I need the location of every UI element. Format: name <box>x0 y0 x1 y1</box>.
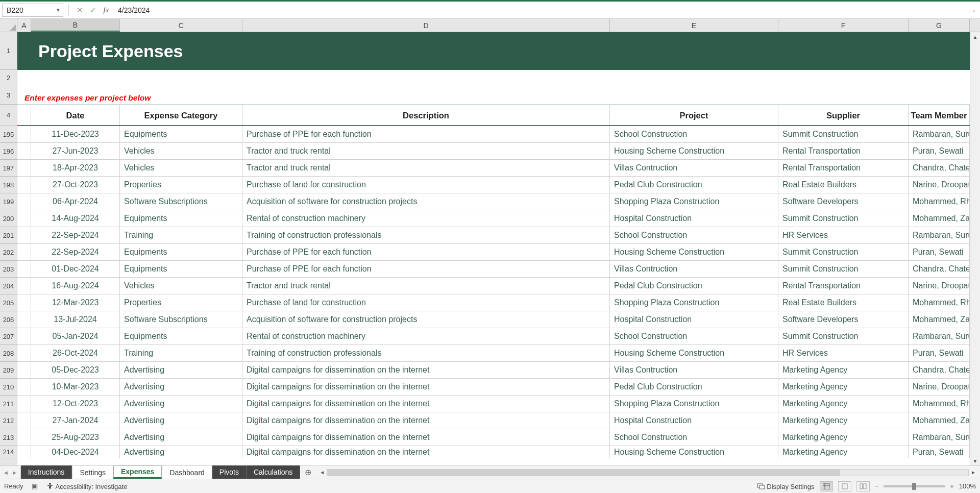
cell-supplier[interactable]: Summit Construction <box>778 261 909 277</box>
row-header[interactable]: 211 <box>0 396 17 412</box>
cell-description[interactable]: Digital campaigns for dissemination on t… <box>242 362 610 378</box>
sheet-tab-dashboard[interactable]: Dashboard <box>162 465 212 479</box>
col-header-C[interactable]: C <box>120 19 242 32</box>
cell-project[interactable]: School Construction <box>610 227 778 243</box>
cell-team[interactable]: Puran, Sewati <box>909 244 970 260</box>
table-row[interactable]: 22-Sep-2024EquipmentsPurchase of PPE for… <box>17 244 970 261</box>
tab-prev-icon[interactable]: ► <box>12 470 17 476</box>
cell-project[interactable]: Villas Contruction <box>610 362 778 378</box>
row-header[interactable]: 207 <box>0 328 17 345</box>
cell-date[interactable]: 16-Aug-2024 <box>31 278 120 294</box>
cell-date[interactable]: 22-Sep-2024 <box>31 244 120 260</box>
cell-supplier[interactable]: Software Developers <box>778 311 909 328</box>
cell-category[interactable]: Vehicles <box>120 160 242 176</box>
cell-category[interactable]: Advertising <box>120 362 242 378</box>
table-row[interactable]: 12-Oct-2023AdvertisingDigital campaigns … <box>17 396 970 412</box>
cell-category[interactable]: Software Subscriptions <box>120 193 242 210</box>
row-header[interactable]: 204 <box>0 278 17 294</box>
cell-category[interactable]: Properties <box>120 177 242 193</box>
cell-team[interactable]: Rambaran, Surujpaul <box>909 227 970 243</box>
row-header[interactable]: 200 <box>0 210 17 227</box>
cell-description[interactable]: Digital campaigns for dissemination on t… <box>242 379 610 395</box>
cell-date[interactable]: 14-Aug-2024 <box>31 210 120 227</box>
cell-category[interactable]: Properties <box>120 294 242 311</box>
fx-icon[interactable]: fx <box>101 5 112 16</box>
cell-date[interactable]: 11-Dec-2023 <box>31 126 120 142</box>
cell-description[interactable]: Acquisition of software for construction… <box>242 311 610 328</box>
cell-date[interactable]: 25-Aug-2023 <box>31 429 120 446</box>
cell-team[interactable]: Mohammed, Rhona <box>909 396 970 412</box>
table-row[interactable]: 16-Aug-2024VehiclesTractor and truck ren… <box>17 278 970 294</box>
cell-team[interactable]: Chandra, Chateshwar <box>909 362 970 378</box>
formula-bar-expand-icon[interactable]: ⌄ <box>969 4 978 17</box>
accessibility-status[interactable]: Accessibility: Investigate <box>46 482 128 490</box>
hscroll-right-icon[interactable]: ► <box>969 470 978 475</box>
formula-input[interactable] <box>114 4 967 17</box>
cell-project[interactable]: Shopping Plaza Construction <box>610 193 778 210</box>
col-header-B[interactable]: B <box>31 19 120 32</box>
cell-team[interactable]: Puran, Sewati <box>909 345 970 361</box>
table-row[interactable]: 10-Mar-2023AdvertisingDigital campaigns … <box>17 379 970 396</box>
table-row[interactable]: 05-Jan-2024EquipmentsRental of construct… <box>17 328 970 345</box>
cell-date[interactable]: 26-Oct-2024 <box>31 345 120 361</box>
cell-project[interactable]: Pedal Club Construction <box>610 177 778 193</box>
cell-date[interactable]: 18-Apr-2023 <box>31 160 120 176</box>
row-header[interactable]: 197 <box>0 160 17 177</box>
name-box[interactable]: B220 ▼ <box>2 4 63 17</box>
cell-category[interactable]: Advertising <box>120 396 242 412</box>
cell-supplier[interactable]: Real Estate Builders <box>778 177 909 193</box>
cell-description[interactable]: Purchase of PPE for each function <box>242 244 610 260</box>
cell-supplier[interactable]: Marketing Agency <box>778 362 909 378</box>
cell-supplier[interactable]: HR Services <box>778 227 909 243</box>
cell-supplier[interactable]: Rental Transportation <box>778 160 909 176</box>
row-header[interactable]: 196 <box>0 143 17 160</box>
cell-supplier[interactable]: Marketing Agency <box>778 429 909 446</box>
cell-description[interactable]: Tractor and truck rental <box>242 278 610 294</box>
cell-category[interactable]: Advertising <box>120 379 242 395</box>
cell-date[interactable]: 05-Dec-2023 <box>31 362 120 378</box>
row-header[interactable]: 201 <box>0 227 17 244</box>
cell-project[interactable]: School Construction <box>610 126 778 142</box>
cell-supplier[interactable]: Summit Construction <box>778 126 909 142</box>
cell-supplier[interactable]: Rental Transportation <box>778 278 909 294</box>
row-header[interactable]: 198 <box>0 177 17 193</box>
row-header[interactable]: 210 <box>0 379 17 396</box>
cell-date[interactable]: 01-Dec-2024 <box>31 261 120 277</box>
view-page-layout-icon[interactable] <box>838 481 851 491</box>
scroll-up-icon[interactable]: ▲ <box>970 32 980 41</box>
zoom-slider[interactable] <box>884 485 945 487</box>
confirm-icon[interactable]: ✓ <box>87 5 99 16</box>
table-row[interactable]: 12-Mar-2023PropertiesPurchase of land fo… <box>17 294 970 311</box>
cell-description[interactable]: Purchase of land for construction <box>242 294 610 311</box>
row-header[interactable]: 205 <box>0 294 17 311</box>
cell-project[interactable]: Shopping Plaza Construction <box>610 294 778 311</box>
cell-category[interactable]: Equipments <box>120 261 242 277</box>
sheet-tab-settings[interactable]: Settings <box>72 465 113 479</box>
cell-team[interactable]: Narine, Droopatie <box>909 177 970 193</box>
cell-date[interactable]: 10-Mar-2023 <box>31 379 120 395</box>
cell-team[interactable]: Rambaran, Surujpaul <box>909 328 970 344</box>
row-header[interactable]: 208 <box>0 345 17 362</box>
cell-project[interactable]: School Construction <box>610 429 778 446</box>
cell-date[interactable]: 12-Oct-2023 <box>31 396 120 412</box>
cell-team[interactable]: Mohammed, Zainool <box>909 210 970 227</box>
row-header[interactable]: 213 <box>0 429 17 446</box>
cell-category[interactable]: Equipments <box>120 244 242 260</box>
cell-supplier[interactable]: Marketing Agency <box>778 446 909 458</box>
view-normal-icon[interactable] <box>820 481 833 491</box>
row-header[interactable]: 214 <box>0 446 17 458</box>
cell-category[interactable]: Software Subscriptions <box>120 311 242 328</box>
cell-supplier[interactable]: Summit Construction <box>778 328 909 344</box>
row-header[interactable]: 202 <box>0 244 17 261</box>
cell-category[interactable]: Training <box>120 345 242 361</box>
cell-project[interactable]: Housing Scheme Construction <box>610 446 778 458</box>
table-row[interactable]: 13-Jul-2024Software SubscriptionsAcquisi… <box>17 311 970 328</box>
cell-description[interactable]: Digital campaigns for dissemination on t… <box>242 396 610 412</box>
zoom-in-button[interactable]: + <box>950 482 954 490</box>
cell-project[interactable]: Housing Scheme Construction <box>610 244 778 260</box>
cell-team[interactable]: Rambaran, Surujpaul <box>909 126 970 142</box>
cell-category[interactable]: Vehicles <box>120 143 242 159</box>
cell-description[interactable]: Purchase of PPE for each function <box>242 126 610 142</box>
cell-description[interactable]: Purchase of land for construction <box>242 177 610 193</box>
row-header[interactable]: 212 <box>0 412 17 429</box>
